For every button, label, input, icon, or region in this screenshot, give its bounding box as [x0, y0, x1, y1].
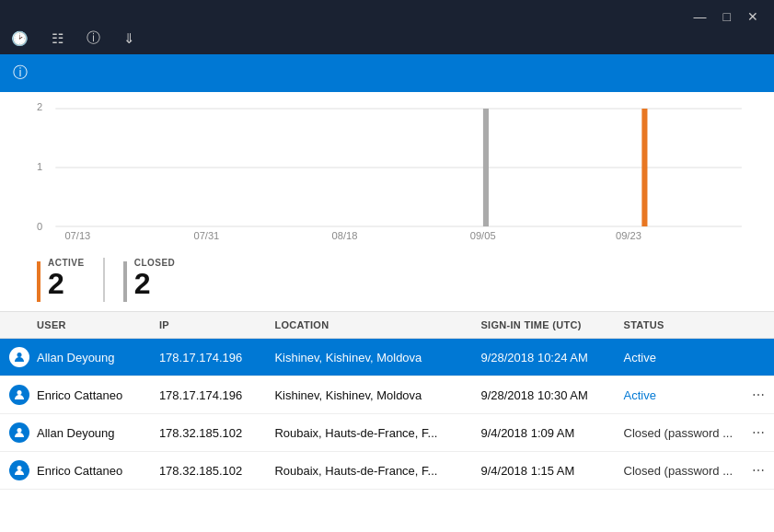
svg-rect-11 — [483, 109, 489, 226]
cell-location: Roubaix, Hauts-de-France, F... — [265, 452, 471, 490]
active-indicator — [37, 261, 40, 302]
cell-status: Active — [615, 339, 774, 376]
closed-value: 2 — [134, 268, 176, 300]
cell-location: Kishinev, Kishinev, Moldova — [265, 376, 471, 414]
stat-active: ACTIVE 2 — [37, 258, 103, 302]
more-button[interactable]: ⋯ — [752, 387, 765, 402]
info-banner-icon: ⓘ — [13, 64, 28, 83]
svg-point-16 — [17, 466, 22, 470]
avatar — [9, 460, 29, 480]
col-status: STATUS — [615, 312, 774, 339]
svg-text:2: 2 — [37, 101, 42, 112]
cell-ip: 178.32.185.102 — [150, 414, 266, 452]
status-text: Closed (password ... — [624, 426, 734, 440]
table-area: USER IP LOCATION SIGN-IN TIME (UTC) STAT… — [0, 311, 774, 532]
cell-signin-time: 9/28/2018 10:30 AM — [471, 376, 614, 414]
table-header-row: USER IP LOCATION SIGN-IN TIME (UTC) STAT… — [0, 312, 774, 339]
svg-text:09/05: 09/05 — [470, 230, 496, 239]
table-row[interactable]: Allan Deyoung 178.32.185.102Roubaix, Hau… — [0, 414, 774, 452]
columns-button[interactable]: ☷ — [52, 30, 68, 47]
table-row[interactable]: Enrico Cattaneo 178.17.174.196Kishinev, … — [0, 376, 774, 414]
svg-text:09/23: 09/23 — [616, 230, 641, 239]
cell-user: Allan Deyoung — [0, 414, 150, 452]
active-value: 2 — [48, 268, 85, 300]
active-block-text: ACTIVE 2 — [48, 258, 85, 300]
columns-icon: ☷ — [52, 30, 64, 47]
cell-location: Kishinev, Kishinev, Moldova — [265, 339, 471, 376]
more-button[interactable]: ⋯ — [752, 463, 765, 478]
cell-status: Closed (password ... ⋯ — [615, 414, 774, 452]
user-name: Enrico Cattaneo — [37, 388, 122, 402]
close-button[interactable]: ✕ — [743, 7, 763, 26]
cell-user: Enrico Cattaneo — [0, 452, 150, 490]
status-text: Active — [624, 351, 656, 364]
minimize-button[interactable]: — — [689, 7, 711, 26]
cell-location: Roubaix, Hauts-de-France, F... — [265, 414, 471, 452]
chart-svg: 2 1 0 07/13 07/31 08/18 09/05 09/23 — [37, 101, 746, 239]
download-button[interactable]: ⇓ — [123, 30, 140, 47]
svg-text:07/13: 07/13 — [64, 230, 90, 239]
cell-ip: 178.32.185.102 — [150, 452, 266, 490]
info-banner[interactable]: ⓘ — [0, 54, 774, 92]
title-bar: — □ ✕ — [0, 0, 774, 29]
more-button[interactable]: ⋯ — [752, 425, 765, 440]
cell-status: Active ⋯ — [615, 376, 774, 414]
svg-point-14 — [17, 390, 22, 395]
closed-block-text: CLOSED 2 — [134, 258, 176, 300]
user-name: Allan Deyoung — [37, 426, 115, 440]
avatar — [9, 347, 29, 367]
clock-icon: 🕑 — [11, 30, 29, 47]
user-name: Enrico Cattaneo — [37, 464, 122, 478]
svg-text:08/18: 08/18 — [332, 230, 358, 239]
cell-ip: 178.17.174.196 — [150, 339, 266, 376]
cell-signin-time: 9/4/2018 1:15 AM — [471, 452, 614, 490]
details-button[interactable]: ⓘ — [87, 29, 105, 47]
table-row[interactable]: Allan Deyoung 178.17.174.196Kishinev, Ki… — [0, 339, 774, 376]
svg-text:0: 0 — [37, 221, 42, 232]
maximize-button[interactable]: □ — [719, 7, 735, 26]
stat-closed: CLOSED 2 — [103, 258, 194, 302]
status-text: Closed (password ... — [624, 464, 734, 478]
svg-text:1: 1 — [37, 161, 42, 172]
cell-signin-time: 9/28/2018 10:24 AM — [471, 339, 614, 376]
info-icon: ⓘ — [87, 29, 100, 47]
svg-point-15 — [17, 428, 22, 433]
window-controls: — □ ✕ — [689, 7, 763, 26]
col-ip: IP — [150, 312, 266, 339]
download-icon: ⇓ — [123, 30, 135, 47]
closed-indicator — [123, 261, 127, 302]
cell-ip: 178.17.174.196 — [150, 376, 266, 414]
col-user: USER — [0, 312, 150, 339]
cell-user: Allan Deyoung — [0, 339, 150, 376]
svg-point-13 — [17, 353, 22, 357]
avatar — [9, 422, 29, 443]
toolbar: 🕑 ☷ ⓘ ⇓ — [0, 29, 774, 54]
col-location: LOCATION — [265, 312, 471, 339]
cell-user: Enrico Cattaneo — [0, 376, 150, 414]
cell-status: Closed (password ... ⋯ — [615, 452, 774, 490]
cell-signin-time: 9/4/2018 1:09 AM — [471, 414, 614, 452]
svg-text:07/31: 07/31 — [193, 230, 219, 239]
table-row[interactable]: Enrico Cattaneo 178.32.185.102Roubaix, H… — [0, 452, 774, 490]
avatar — [9, 385, 29, 405]
last-days-button[interactable]: 🕑 — [11, 30, 33, 47]
chart-area: 2 1 0 07/13 07/31 08/18 09/05 09/23 — [0, 92, 774, 249]
user-name: Allan Deyoung — [37, 351, 115, 364]
main-window: — □ ✕ 🕑 ☷ ⓘ ⇓ ⓘ 2 1 — [0, 0, 774, 532]
col-signin-time: SIGN-IN TIME (UTC) — [471, 312, 614, 339]
stats-row: ACTIVE 2 CLOSED 2 — [0, 249, 774, 311]
svg-rect-12 — [641, 109, 647, 226]
risk-events-table: USER IP LOCATION SIGN-IN TIME (UTC) STAT… — [0, 312, 774, 490]
status-link[interactable]: Active — [624, 388, 656, 402]
